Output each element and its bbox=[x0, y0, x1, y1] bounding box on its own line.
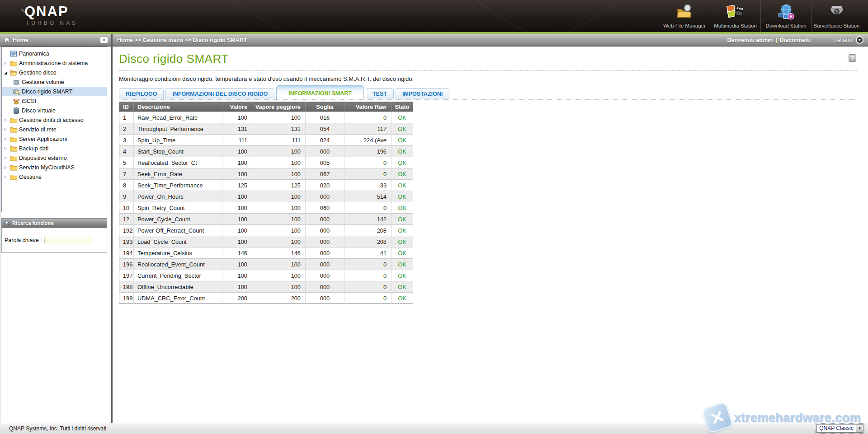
cell-stato: OK bbox=[392, 191, 413, 202]
cell-id: 197 bbox=[119, 270, 134, 281]
cell-vapore-peggiore: 131 bbox=[252, 123, 306, 135]
cell-stato: OK bbox=[392, 247, 413, 259]
station-web-file-manager[interactable]: Web File Manager bbox=[659, 1, 710, 32]
table-row: 3Spin_Up_Time111111024224 (AveOK bbox=[119, 135, 413, 146]
cell-vapore-peggiore: 100 bbox=[252, 146, 306, 157]
sidebar-item-gestione-volume[interactable]: Gestione volume bbox=[2, 77, 107, 87]
sidebar-item-label: Amministrazione di sistema bbox=[19, 60, 88, 66]
cell-valore: 111 bbox=[222, 135, 252, 146]
cell-descrizione: Start_Stop_Count bbox=[134, 146, 222, 157]
sidebar-item-amministrazione-di-sistema[interactable]: ▷Amministrazione di sistema bbox=[2, 58, 107, 68]
expand-icon[interactable]: ▷ bbox=[4, 165, 10, 169]
sidebar-item-servizio-mycloudnas[interactable]: ▷Servizio MyCloudNAS bbox=[2, 163, 107, 172]
sidebar-item-gestione-disco[interactable]: ◢Gestione disco bbox=[2, 68, 107, 77]
expand-icon[interactable]: ▷ bbox=[4, 175, 10, 179]
sidebar-item-label: Server Applicazioni bbox=[19, 136, 67, 142]
station-multimedia-station[interactable]: Multimedia Station bbox=[710, 1, 760, 32]
cell-descrizione: Power_On_Hours bbox=[134, 191, 222, 202]
expand-icon[interactable]: ▷ bbox=[4, 127, 10, 131]
sidebar-item-disco-rigido-smart[interactable]: Disco rigido SMART bbox=[2, 87, 107, 96]
column-header-stato: Stato bbox=[392, 102, 413, 112]
sidebar-item-label: Gestione volume bbox=[22, 79, 64, 85]
cell-descrizione: Load_Cycle_Count bbox=[134, 236, 222, 247]
table-row: 196Reallocated_Event_Count1001000000OK bbox=[119, 259, 413, 270]
folder-icon bbox=[10, 154, 19, 162]
keyword-label: Parola chiave : bbox=[5, 237, 42, 243]
tab-informazioni-del-disco-rigido[interactable]: INFORMAZIONI DEL DISCO RIGIDO bbox=[165, 88, 274, 99]
sidebar-item-gestione[interactable]: ▷Gestione bbox=[2, 172, 107, 182]
web-file-manager-icon bbox=[659, 3, 710, 23]
folder-icon bbox=[10, 173, 19, 181]
cell-descrizione: Seek_Error_Rate bbox=[134, 168, 222, 180]
footer-bar: QNAP Systems, Inc. Tutti i diritti riser… bbox=[0, 423, 868, 434]
cell-vapore-peggiore: 100 bbox=[252, 225, 306, 236]
navigation-tree: Panoramica▷Amministrazione di sistema◢Ge… bbox=[1, 47, 107, 212]
tab-impostazioni[interactable]: IMPOSTAZIONI bbox=[396, 88, 449, 99]
sidebar-item-disco-virtuale[interactable]: Disco virtuale bbox=[2, 106, 107, 115]
table-row: 9Power_On_Hours100100000514OK bbox=[119, 191, 413, 202]
cell-soglia: 067 bbox=[306, 168, 344, 180]
cell-vapore-peggiore: 100 bbox=[252, 270, 306, 281]
cell-soglia: 024 bbox=[306, 135, 344, 146]
sidebar-item-dispositivo-esterno[interactable]: ▷Dispositivo esterno bbox=[2, 153, 107, 163]
cell-valore-raw: 196 bbox=[344, 146, 392, 157]
cell-descrizione: Power-Off_Retract_Count bbox=[134, 225, 222, 236]
cell-descrizione: Spin_Retry_Count bbox=[134, 202, 222, 214]
qnap-admin-page: QNAP TURBO NAS Web File ManagerMultimedi… bbox=[0, 0, 868, 434]
cell-id: 9 bbox=[119, 191, 134, 202]
station-surveillance-station[interactable]: Surveillance Station bbox=[811, 1, 862, 32]
cell-descrizione: Temperature_Celsius bbox=[134, 247, 222, 259]
tab-riepilogo[interactable]: RIEPILOGO bbox=[119, 88, 164, 99]
cell-valore-raw: 0 bbox=[344, 270, 392, 281]
sidebar-item-iscsi[interactable]: iSCSIiSCSI bbox=[2, 96, 107, 106]
keyword-input[interactable] bbox=[44, 237, 93, 244]
expand-icon[interactable]: ▷ bbox=[4, 137, 10, 141]
sidebar-collapse-button[interactable]: « bbox=[100, 36, 108, 43]
tab-test[interactable]: TEST bbox=[366, 88, 394, 99]
expand-icon[interactable]: ▷ bbox=[4, 146, 10, 150]
cell-id: 3 bbox=[119, 135, 134, 146]
cell-soglia: 000 bbox=[306, 191, 344, 202]
language-dropdown-button[interactable]: ▼ bbox=[856, 36, 863, 44]
cell-stato: OK bbox=[392, 281, 413, 293]
expand-icon[interactable]: ▷ bbox=[4, 156, 10, 160]
sidebar-item-server-applicazioni[interactable]: ▷Server Applicazioni bbox=[2, 134, 107, 144]
sidebar-item-backup-dati[interactable]: ▷Backup dati bbox=[2, 144, 107, 153]
table-row: 8Seek_Time_Performance12512502033OK bbox=[119, 180, 413, 191]
copyright-text: QNAP Systems, Inc. Tutti i diritti riser… bbox=[9, 425, 106, 432]
collapse-icon[interactable]: ◢ bbox=[4, 70, 10, 75]
sidebar-item-label: Panoramica bbox=[19, 51, 49, 57]
folder-open-icon bbox=[10, 69, 19, 76]
cell-soglia: 020 bbox=[306, 180, 344, 191]
help-button[interactable]: ? bbox=[849, 54, 856, 62]
cell-valore-raw: 0 bbox=[344, 202, 392, 214]
station-download-station[interactable]: Download Station bbox=[760, 1, 811, 32]
search-icon bbox=[5, 220, 10, 226]
sidebar-title: Home bbox=[13, 37, 28, 43]
cell-vapore-peggiore: 125 bbox=[252, 180, 306, 191]
sidebar-item-gestione-diritti-di-accesso[interactable]: ▷Gestione diritti di accesso bbox=[2, 115, 107, 125]
cell-valore-raw: 0 bbox=[344, 281, 392, 293]
multimedia-station-icon bbox=[710, 3, 760, 23]
sidebar-item-panoramica[interactable]: Panoramica bbox=[2, 49, 107, 58]
logout-link[interactable]: Disconnetti bbox=[780, 37, 811, 43]
sidebar: Panoramica▷Amministrazione di sistema◢Ge… bbox=[0, 47, 111, 423]
expand-icon[interactable]: ▷ bbox=[4, 118, 10, 122]
expand-icon[interactable]: ▷ bbox=[4, 61, 10, 65]
theme-selector[interactable]: QNAP Classic ▼ bbox=[816, 424, 863, 433]
cell-stato: OK bbox=[392, 259, 413, 270]
table-row: 4Start_Stop_Count100100000196OK bbox=[119, 146, 413, 157]
table-row: 10Spin_Retry_Count1001000600OK bbox=[119, 202, 413, 214]
cell-vapore-peggiore: 100 bbox=[252, 259, 306, 270]
sidebar-item-label: Servizio di rete bbox=[19, 126, 57, 133]
smart-attributes-table: IDDescrizioneValoreVapore peggioreSoglia… bbox=[119, 102, 413, 304]
cell-id: 193 bbox=[119, 236, 134, 247]
sidebar-item-servizio-di-rete[interactable]: ▷Servizio di rete bbox=[2, 125, 107, 134]
svg-text:iSCSI: iSCSI bbox=[13, 98, 20, 101]
cell-descrizione: Reallocated_Event_Count bbox=[134, 259, 222, 270]
table-row: 2Throughput_Performance131131054117OK bbox=[119, 123, 413, 135]
tab-informazioni-smart[interactable]: INFORMAZIONI SMART bbox=[276, 85, 364, 99]
virtual-disk-icon bbox=[13, 107, 22, 114]
cell-soglia: 000 bbox=[306, 214, 344, 225]
cell-vapore-peggiore: 100 bbox=[252, 214, 306, 225]
